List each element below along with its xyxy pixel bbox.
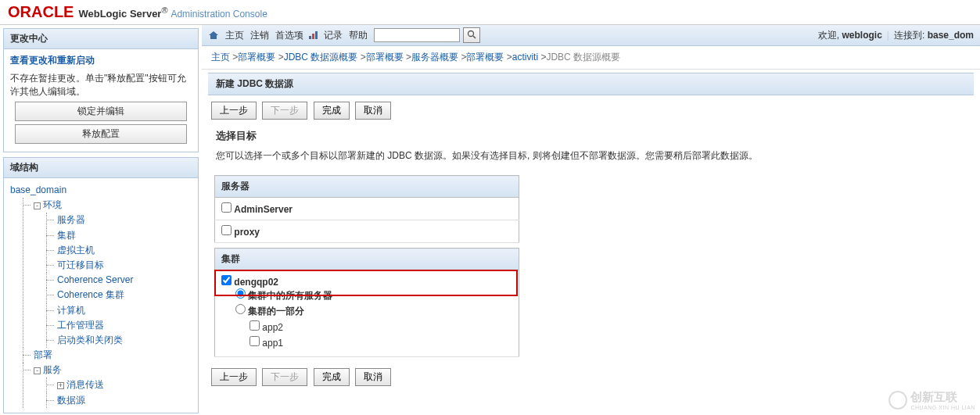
target-heading: 选择目标 bbox=[216, 129, 966, 143]
domain-structure-panel: 域结构 base_domain -环境 服务器 集群 虚拟主机 可迁移目标 Co… bbox=[3, 157, 199, 413]
tree-item[interactable]: 可迁移目标 bbox=[46, 258, 192, 273]
next-button[interactable]: 下一步 bbox=[262, 102, 307, 120]
toolbar: 主页 注销 首选项 记录 帮助 欢迎, weblogic | 连接到: base… bbox=[202, 25, 980, 46]
tree-item[interactable]: 服务器 bbox=[46, 213, 192, 227]
domain-structure-title: 域结构 bbox=[4, 158, 198, 178]
help-link[interactable]: 帮助 bbox=[349, 29, 368, 42]
oracle-logo: ORACLE bbox=[8, 3, 74, 21]
breadcrumb-item[interactable]: activiti bbox=[512, 52, 538, 63]
product-name: WebLogic Server® bbox=[78, 5, 167, 20]
svg-line-4 bbox=[473, 36, 476, 38]
tree-item[interactable]: Coherence 集群 bbox=[46, 288, 192, 302]
main-area: 主页 注销 首选项 记录 帮助 欢迎, weblogic | 连接到: base… bbox=[202, 25, 980, 415]
collapse-icon[interactable]: - bbox=[34, 202, 41, 209]
clusters-header: 集群 bbox=[215, 249, 519, 270]
svg-point-3 bbox=[468, 30, 474, 36]
breadcrumb: 主页 >部署概要 >JDBC 数据源概要 >部署概要 >服务器概要 >部署概要 … bbox=[202, 46, 980, 70]
server-row: proxy bbox=[215, 220, 519, 243]
watermark-logo: 创新互联 CHUANG XIN HU LIAN bbox=[888, 390, 975, 410]
breadcrumb-item[interactable]: 部署概要 bbox=[466, 52, 504, 63]
server-row: AdminServer bbox=[215, 198, 519, 220]
connected-text: 连接到: base_dom bbox=[894, 29, 974, 42]
sidebar: 更改中心 查看更改和重新启动 不存在暂挂更改。单击"释放配置"按钮可允许其他人编… bbox=[0, 25, 202, 415]
finish-button[interactable]: 完成 bbox=[314, 102, 350, 120]
console-subtitle: Administration Console bbox=[171, 9, 267, 20]
prefs-link[interactable]: 首选项 bbox=[275, 29, 303, 42]
release-config-button[interactable]: 释放配置 bbox=[15, 124, 187, 144]
breadcrumb-item[interactable]: 部署概要 bbox=[238, 52, 275, 63]
part-app-checkbox[interactable] bbox=[249, 320, 260, 331]
search-button[interactable] bbox=[463, 27, 480, 43]
button-row-top: 上一步 下一步 完成 取消 bbox=[208, 95, 974, 126]
server-checkbox[interactable] bbox=[221, 225, 232, 235]
prev-button[interactable]: 上一步 bbox=[211, 102, 257, 120]
domain-tree: base_domain -环境 服务器 集群 虚拟主机 可迁移目标 Cohere… bbox=[4, 178, 198, 413]
breadcrumb-item[interactable]: JDBC 数据源概要 bbox=[284, 52, 358, 63]
part-app-checkbox[interactable] bbox=[249, 336, 260, 346]
servers-table: 服务器 AdminServer proxy bbox=[214, 175, 519, 243]
home-link[interactable]: 主页 bbox=[225, 29, 244, 42]
tree-item[interactable]: 计算机 bbox=[46, 303, 192, 318]
view-changes-link[interactable]: 查看更改和重新启动 bbox=[10, 55, 95, 66]
search-input[interactable] bbox=[374, 28, 460, 42]
logout-link[interactable]: 注销 bbox=[250, 29, 269, 42]
cluster-row: dengqp02 集群中的所有服务器 集群的一部分 app2 app1 bbox=[215, 270, 519, 357]
welcome-text: 欢迎, weblogic bbox=[818, 29, 882, 42]
cluster-checkbox[interactable] bbox=[221, 275, 232, 285]
record-icon bbox=[308, 30, 319, 40]
header: ORACLE WebLogic Server® Administration C… bbox=[0, 0, 980, 25]
tree-root-link[interactable]: base_domain bbox=[10, 184, 66, 195]
tree-deploy[interactable]: 部署 bbox=[23, 348, 192, 363]
svg-rect-2 bbox=[315, 31, 318, 39]
tree-item[interactable]: Coherence Server bbox=[46, 273, 192, 288]
tree-item[interactable]: 虚拟主机 bbox=[46, 243, 192, 258]
clusters-table: 集群 dengqp02 集群中的所有服务器 集群的一部分 app2 app1 bbox=[214, 248, 519, 357]
target-desc: 您可以选择一个或多个目标以部署新建的 JDBC 数据源。如果没有选择目标, 则将… bbox=[216, 149, 966, 163]
next-button-2[interactable]: 下一步 bbox=[262, 368, 307, 386]
change-center-msg: 不存在暂挂更改。单击"释放配置"按钮可允许其他人编辑域。 bbox=[10, 72, 192, 98]
tree-services[interactable]: -服务 +消息传送 数据源 bbox=[23, 363, 192, 408]
tree-env[interactable]: -环境 服务器 集群 虚拟主机 可迁移目标 Coherence Server C… bbox=[23, 198, 192, 348]
search-icon bbox=[467, 30, 476, 39]
breadcrumb-item[interactable]: 主页 bbox=[211, 52, 230, 63]
change-center-panel: 更改中心 查看更改和重新启动 不存在暂挂更改。单击"释放配置"按钮可允许其他人编… bbox=[3, 28, 199, 152]
change-center-title: 更改中心 bbox=[4, 29, 198, 49]
collapse-icon[interactable]: - bbox=[34, 367, 41, 374]
expand-icon[interactable]: + bbox=[57, 382, 64, 389]
svg-rect-0 bbox=[309, 36, 311, 39]
cluster-all-radio[interactable] bbox=[235, 288, 246, 299]
tree-item[interactable]: +消息传送 bbox=[46, 377, 192, 392]
breadcrumb-current: JDBC 数据源概要 bbox=[546, 52, 620, 63]
cluster-part-radio[interactable] bbox=[235, 304, 246, 314]
cancel-button[interactable]: 取消 bbox=[355, 102, 391, 120]
breadcrumb-item[interactable]: 服务器概要 bbox=[411, 52, 458, 63]
breadcrumb-item[interactable]: 部署概要 bbox=[366, 52, 404, 63]
section-title: 新建 JDBC 数据源 bbox=[208, 73, 974, 95]
cancel-button-2[interactable]: 取消 bbox=[355, 368, 391, 386]
finish-button-2[interactable]: 完成 bbox=[314, 368, 350, 386]
home-icon bbox=[208, 30, 219, 40]
svg-rect-1 bbox=[312, 34, 314, 39]
server-checkbox[interactable] bbox=[221, 202, 232, 213]
button-row-bottom: 上一步 下一步 完成 取消 bbox=[208, 362, 974, 392]
prev-button-2[interactable]: 上一步 bbox=[211, 368, 257, 386]
tree-item[interactable]: 启动类和关闭类 bbox=[46, 333, 192, 348]
watermark-circle-icon bbox=[888, 391, 907, 410]
tree-item[interactable]: 集群 bbox=[46, 228, 192, 243]
lock-edit-button[interactable]: 锁定并编辑 bbox=[15, 102, 187, 121]
tree-item[interactable]: 数据源 bbox=[46, 393, 192, 408]
record-link[interactable]: 记录 bbox=[324, 29, 343, 42]
tree-item[interactable]: 工作管理器 bbox=[46, 318, 192, 333]
servers-header: 服务器 bbox=[215, 176, 519, 198]
